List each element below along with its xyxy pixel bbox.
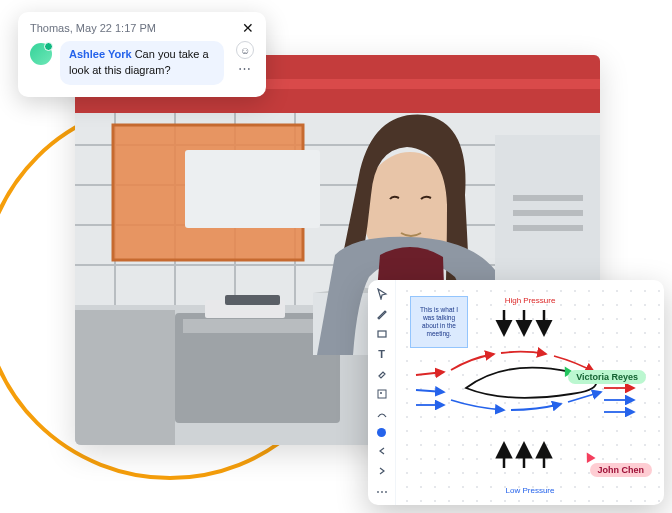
chat-timestamp: Thomas, May 22 1:17 PM: [30, 22, 156, 34]
svg-rect-14: [185, 150, 320, 228]
more-options-icon[interactable]: ⋯: [238, 62, 252, 75]
close-icon[interactable]: ✕: [242, 21, 254, 35]
image-tool-icon[interactable]: [374, 388, 390, 400]
color-tool-icon[interactable]: [374, 428, 390, 437]
svg-rect-23: [513, 195, 583, 201]
chat-notification: Thomas, May 22 1:17 PM ✕ Ashlee York Can…: [18, 12, 266, 97]
svg-rect-18: [183, 319, 333, 333]
svg-line-35: [416, 372, 444, 375]
svg-rect-27: [378, 390, 386, 398]
select-tool-icon[interactable]: [374, 288, 390, 300]
settings-tool-icon[interactable]: ⋯: [374, 485, 390, 499]
svg-rect-20: [225, 295, 280, 305]
avatar[interactable]: [30, 43, 52, 65]
whiteboard-toolbar: T ⋯: [368, 280, 396, 505]
cursor-tag-john: John Chen: [590, 463, 653, 477]
chat-message-bubble[interactable]: Ashlee York Can you take a look at this …: [60, 41, 224, 85]
mention: Ashlee York: [69, 48, 132, 60]
svg-rect-26: [378, 331, 386, 337]
svg-rect-25: [513, 225, 583, 231]
redo-tool-icon[interactable]: [374, 465, 390, 477]
text-tool-icon[interactable]: T: [374, 348, 390, 360]
pen-tool-icon[interactable]: [374, 308, 390, 320]
eraser-tool-icon[interactable]: [374, 368, 390, 380]
cursor-tag-victoria: Victoria Reyes: [568, 370, 646, 384]
svg-line-38: [416, 390, 444, 392]
connector-tool-icon[interactable]: [374, 408, 390, 420]
rect-tool-icon[interactable]: [374, 328, 390, 340]
svg-rect-24: [513, 210, 583, 216]
whiteboard-canvas[interactable]: This is what I was talking about in the …: [396, 280, 664, 505]
undo-tool-icon[interactable]: [374, 445, 390, 457]
svg-point-28: [380, 392, 382, 394]
whiteboard-panel: T ⋯ This is what I was talking about in …: [368, 280, 664, 505]
svg-rect-16: [75, 310, 175, 445]
emoji-react-icon[interactable]: ☺: [236, 41, 254, 59]
